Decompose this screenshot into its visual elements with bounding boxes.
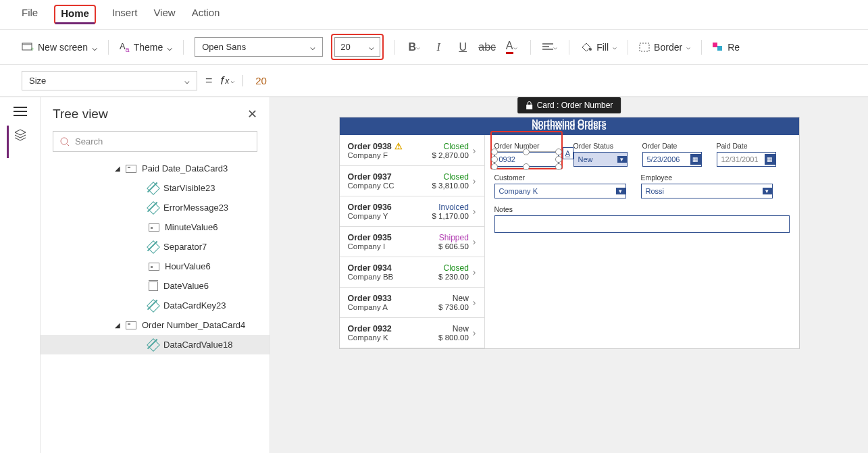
tree-leaf[interactable]: HourValue6 (41, 257, 270, 276)
formula-input[interactable]: 20 (242, 75, 846, 86)
lock-icon (526, 101, 533, 109)
tree-leaf[interactable]: MinuteValue6 (41, 217, 270, 237)
equals-sign: = (205, 74, 213, 88)
app-title-bar: Northwind Orders (340, 117, 799, 135)
left-rail (0, 97, 41, 453)
fill-button[interactable]: Fill⌵ (580, 42, 617, 53)
tree-search-input[interactable]: Search (53, 131, 257, 152)
canvas-area: Card : Order Number Northwind Orders Ord… (270, 97, 868, 453)
chevron-right-icon: › (473, 236, 476, 247)
search-placeholder: Search (75, 136, 103, 146)
chevron-right-icon: › (473, 206, 476, 217)
orders-list: Order 0938⚠Company FClosed$ 2,870.00›Ord… (340, 135, 485, 348)
bold-button[interactable]: B⌵ (406, 39, 422, 55)
tree-leaf[interactable]: DateValue6 (41, 276, 270, 296)
order-form: Order Number 0932 A (485, 135, 799, 348)
notes-label: Notes (494, 205, 790, 213)
app-preview: Card : Order Number Northwind Orders Ord… (340, 117, 799, 348)
tree-node[interactable]: ◢Paid Date_DataCard3 (41, 159, 270, 178)
font-size-value: 20 (340, 42, 350, 52)
underline-button[interactable]: U (455, 39, 471, 55)
menu-view[interactable]: View (153, 7, 175, 22)
employee-select[interactable]: Rossi▾ (641, 184, 773, 198)
italic-button[interactable]: I (430, 39, 446, 55)
close-panel-button[interactable]: ✕ (247, 107, 257, 122)
strikethrough-button[interactable]: abc (479, 39, 495, 55)
chevron-down-icon: ⌵ (369, 42, 374, 52)
menu-action[interactable]: Action (192, 7, 220, 22)
order-list-item[interactable]: Order 0932Company KNew$ 800.00› (340, 318, 484, 348)
calendar-icon: ▦ (690, 154, 701, 165)
chevron-down-icon: ⌵ (184, 76, 190, 86)
svg-point-6 (589, 48, 592, 51)
svg-rect-9 (717, 46, 722, 51)
menu-insert[interactable]: Insert (112, 7, 138, 22)
formula-bar: Size ⌵ = fx ⌵ 20 (0, 65, 868, 97)
new-screen-icon: + (22, 43, 34, 52)
fx-button[interactable]: fx ⌵ (221, 74, 235, 88)
order-list-item[interactable]: Order 0933Company ANew$ 736.00› (340, 288, 484, 318)
chevron-down-icon: ⌵ (167, 42, 172, 53)
order-status-select[interactable]: New▾ (573, 152, 628, 167)
font-select[interactable]: Open Sans ⌵ (195, 37, 323, 57)
selection-tooltip: Card : Order Number (517, 97, 621, 113)
tree-leaf[interactable]: DataCardValue18 (41, 335, 270, 354)
order-list-item[interactable]: Order 0935Company IShipped$ 606.50› (340, 227, 484, 257)
paid-date-label: Paid Date (717, 142, 776, 150)
align-button[interactable]: ⌵ (542, 39, 558, 55)
svg-rect-8 (713, 43, 717, 47)
employee-label: Employee (641, 174, 773, 182)
toolbar: + New screen ⌵ Aa Theme ⌵ Open Sans ⌵ 20… (0, 30, 868, 65)
svg-text:+: + (30, 46, 34, 52)
hamburger-button[interactable] (14, 107, 27, 116)
new-screen-label: New screen (38, 42, 88, 53)
paid-date-input[interactable]: 12/31/2001▦ (717, 152, 776, 167)
fill-label: Fill (596, 42, 609, 53)
tree-leaf[interactable]: Separator7 (41, 237, 270, 257)
chevron-right-icon: › (473, 145, 476, 156)
order-list-item[interactable]: Order 0937Company CCClosed$ 3,810.00› (340, 166, 484, 196)
chevron-right-icon: › (473, 176, 476, 186)
border-button[interactable]: Border⌵ (639, 42, 690, 53)
order-number-label: Order Number (494, 142, 559, 150)
menu-home[interactable]: Home (54, 5, 96, 24)
order-list-item[interactable]: Order 0938⚠Company FClosed$ 2,870.00› (340, 135, 484, 166)
tree-leaf[interactable]: DataCardKey23 (41, 296, 270, 315)
search-icon (60, 137, 70, 146)
theme-label: Theme (134, 42, 163, 53)
tree-view-icon[interactable] (14, 128, 27, 142)
svg-rect-7 (640, 43, 649, 51)
font-color-button[interactable]: A⌵ (503, 39, 519, 55)
svg-point-10 (61, 138, 68, 144)
tree-view-panel: Tree view ✕ Search ◢Paid Date_DataCard3S… (41, 97, 270, 453)
customer-select[interactable]: Company K▾ (494, 184, 626, 198)
tree-leaf[interactable]: ErrorMessage23 (41, 198, 270, 217)
text-format-indicator: A (563, 147, 573, 159)
font-value: Open Sans (202, 42, 246, 52)
property-select[interactable]: Size ⌵ (22, 71, 197, 90)
reorder-icon (713, 43, 723, 52)
order-list-item[interactable]: Order 0934Company BBClosed$ 230.00› (340, 257, 484, 288)
border-label: Border (654, 42, 682, 53)
align-icon (542, 43, 553, 52)
notes-input[interactable] (494, 215, 790, 233)
order-list-item[interactable]: Order 0936Company YInvoiced$ 1,170.00› (340, 196, 484, 227)
order-date-label: Order Date (642, 142, 702, 150)
svg-line-11 (67, 144, 69, 146)
tree-list: ◢Paid Date_DataCard3StarVisible23ErrorMe… (41, 159, 270, 354)
calendar-icon: ▦ (765, 154, 775, 165)
chevron-down-icon: ⌵ (310, 42, 315, 52)
reorder-button[interactable]: Re (713, 42, 740, 53)
new-screen-button[interactable]: + New screen ⌵ (22, 42, 97, 53)
order-date-input[interactable]: 5/23/2006▦ (642, 152, 702, 167)
tree-leaf[interactable]: StarVisible23 (41, 178, 270, 198)
font-size-select[interactable]: 20 ⌵ (334, 37, 380, 57)
menu-file[interactable]: File (22, 7, 38, 22)
theme-button[interactable]: Aa Theme ⌵ (120, 41, 172, 53)
tree-title: Tree view (53, 107, 108, 122)
chevron-right-icon: › (473, 267, 476, 277)
order-status-label: Order Status (573, 142, 628, 150)
order-number-input[interactable]: 0932 (494, 152, 559, 167)
tree-node[interactable]: ◢Order Number_DataCard4 (41, 315, 270, 335)
chevron-right-icon: › (473, 297, 476, 308)
